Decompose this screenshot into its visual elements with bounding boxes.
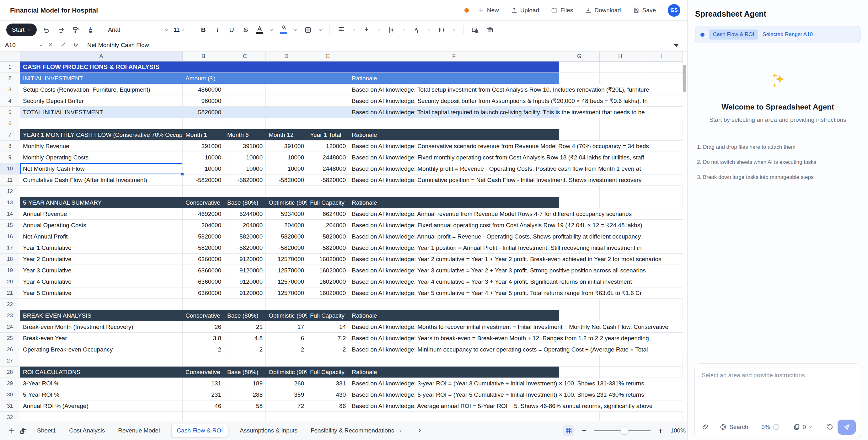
cell-E14[interactable]: 6624000 bbox=[307, 209, 349, 220]
cell-E27[interactable] bbox=[307, 355, 349, 367]
cell-E8[interactable]: 120000 bbox=[307, 140, 349, 152]
cell-E18[interactable]: 16020000 bbox=[307, 254, 349, 265]
column-header-A[interactable]: A bbox=[20, 52, 183, 62]
cell-B8[interactable]: 391000 bbox=[183, 140, 224, 152]
cell-F12[interactable] bbox=[349, 186, 559, 197]
cell-A21[interactable]: Year 5 Cumulative bbox=[20, 287, 183, 299]
underline-button[interactable]: U bbox=[226, 26, 237, 34]
cell-C21[interactable]: 9120000 bbox=[224, 287, 266, 299]
cell-C12[interactable] bbox=[224, 186, 266, 197]
cell-D12[interactable] bbox=[266, 186, 307, 197]
cell-E26[interactable]: 2 bbox=[307, 344, 349, 355]
cell-D18[interactable]: 12570000 bbox=[266, 254, 307, 265]
cell-G22[interactable] bbox=[559, 299, 600, 310]
cell-D29[interactable]: 260 bbox=[266, 378, 307, 389]
cell-A14[interactable]: Annual Revenue bbox=[20, 209, 183, 220]
cell-F18[interactable]: Based on AI knowledge: Year 2 cumulative… bbox=[349, 254, 683, 265]
formula-input[interactable]: Net Monthly Cash Flow bbox=[82, 42, 149, 49]
cell-A32[interactable] bbox=[20, 412, 183, 421]
confirm-entry-button[interactable] bbox=[57, 42, 69, 49]
cell-C3[interactable] bbox=[224, 84, 266, 95]
scroll-tabs-left-button[interactable] bbox=[395, 425, 406, 436]
cell-A10[interactable]: Net Monthly Cash Flow bbox=[20, 163, 183, 175]
row-header-14[interactable]: 14 bbox=[0, 209, 20, 220]
cell-A7[interactable]: YEAR 1 MONTHLY CASH FLOW (Conservative 7… bbox=[20, 129, 559, 140]
cell-F5[interactable]: Based on AI knowledge: Total capital req… bbox=[349, 107, 683, 118]
cell-H28[interactable] bbox=[600, 367, 641, 378]
horizontal-align-button[interactable] bbox=[336, 25, 346, 35]
cell-D24[interactable]: 17 bbox=[266, 321, 307, 333]
cell-A29[interactable]: 3-Year ROI % bbox=[20, 378, 183, 389]
save-button[interactable]: Save bbox=[633, 7, 656, 14]
row-header-2[interactable]: 2 bbox=[0, 73, 20, 84]
text-color-button[interactable]: A bbox=[255, 25, 264, 35]
cell-I22[interactable] bbox=[641, 299, 683, 310]
cell-C26[interactable]: 2 bbox=[224, 344, 266, 355]
cell-F3[interactable]: Based on AI knowledge: Total setup inves… bbox=[349, 84, 683, 95]
upload-button[interactable]: Upload bbox=[511, 7, 539, 14]
row-header-7[interactable]: 7 bbox=[0, 129, 20, 140]
keyboard-shortcuts-button[interactable] bbox=[484, 25, 495, 35]
cell-B3[interactable]: 4860000 bbox=[183, 84, 224, 95]
cell-A26[interactable]: Operating Break-even Occupancy bbox=[20, 344, 183, 355]
cell-G1[interactable] bbox=[559, 62, 600, 73]
row-header-27[interactable]: 27 bbox=[0, 355, 20, 367]
cell-E9[interactable]: 2448000 bbox=[307, 152, 349, 163]
cell-G7[interactable] bbox=[559, 129, 600, 140]
cell-B14[interactable]: 4692000 bbox=[183, 209, 224, 220]
cell-F6[interactable] bbox=[349, 118, 559, 129]
cell-G32[interactable] bbox=[559, 412, 600, 421]
cell-D14[interactable]: 5934000 bbox=[266, 209, 307, 220]
new-button[interactable]: New bbox=[477, 7, 499, 14]
cell-A1[interactable]: CASH FLOW PROJECTIONS & ROI ANALYSIS bbox=[20, 62, 559, 73]
instruction-input[interactable] bbox=[695, 364, 861, 416]
cell-G27[interactable] bbox=[559, 355, 600, 367]
cell-A6[interactable] bbox=[20, 118, 183, 129]
cell-E10[interactable]: 2448000 bbox=[307, 163, 349, 175]
cell-E11[interactable]: -5820000 bbox=[307, 175, 349, 186]
cell-H2[interactable] bbox=[600, 73, 641, 84]
font-family-select[interactable]: Arial bbox=[108, 25, 169, 34]
tab-feasibility-recommendations[interactable]: Feasibility & Recommendations bbox=[309, 424, 395, 437]
column-header-G[interactable]: G bbox=[559, 52, 600, 62]
cell-F16[interactable]: Based on AI knowledge: Annual profit = R… bbox=[349, 231, 683, 242]
cell-A18[interactable]: Year 2 Cumulative bbox=[20, 254, 183, 265]
row-header-18[interactable]: 18 bbox=[0, 254, 20, 265]
cell-B10[interactable]: 10000 bbox=[183, 163, 224, 175]
cell-E20[interactable]: 16020000 bbox=[307, 276, 349, 287]
cell-E21[interactable]: 16020000 bbox=[307, 287, 349, 299]
cell-F19[interactable]: Based on AI knowledge: Year 3 cumulative… bbox=[349, 265, 683, 276]
cell-F11[interactable]: Based on AI knowledge: Cumulative positi… bbox=[349, 175, 683, 186]
row-header-6[interactable]: 6 bbox=[0, 118, 20, 129]
cell-D8[interactable]: 391000 bbox=[266, 140, 307, 152]
cell-C20[interactable]: 9120000 bbox=[224, 276, 266, 287]
cell-H23[interactable] bbox=[600, 310, 641, 321]
cell-B18[interactable]: 6360000 bbox=[183, 254, 224, 265]
cell-G12[interactable] bbox=[559, 186, 600, 197]
cell-F24[interactable]: Based on AI knowledge: Months to recover… bbox=[349, 321, 683, 333]
cell-B6[interactable] bbox=[183, 118, 224, 129]
cell-I28[interactable] bbox=[641, 367, 683, 378]
cell-D15[interactable]: 204000 bbox=[266, 220, 307, 231]
chevron-down-icon[interactable] bbox=[317, 25, 323, 34]
row-header-22[interactable]: 22 bbox=[0, 299, 20, 310]
cell-D6[interactable] bbox=[266, 118, 307, 129]
cell-A16[interactable]: Net Annual Profit bbox=[20, 231, 183, 242]
cell-A20[interactable]: Year 4 Cumulative bbox=[20, 276, 183, 287]
column-header-E[interactable]: E bbox=[307, 52, 349, 62]
clean-format-button[interactable] bbox=[85, 25, 96, 35]
cell-H7[interactable] bbox=[600, 129, 641, 140]
cell-C19[interactable]: 9120000 bbox=[224, 265, 266, 276]
cell-I27[interactable] bbox=[641, 355, 683, 367]
cell-I32[interactable] bbox=[641, 412, 683, 421]
cell-A24[interactable]: Break-even Month (Investment Recovery) bbox=[20, 321, 183, 333]
cell-G6[interactable] bbox=[559, 118, 600, 129]
undo-button[interactable] bbox=[41, 25, 52, 35]
cell-G28[interactable] bbox=[559, 367, 600, 378]
row-header-28[interactable]: 28 bbox=[0, 367, 20, 378]
cell-F31[interactable]: Based on AI knowledge: Average annual RO… bbox=[349, 401, 683, 412]
cell-D21[interactable]: 12570000 bbox=[266, 287, 307, 299]
cell-C8[interactable]: 391000 bbox=[224, 140, 266, 152]
row-header-12[interactable]: 12 bbox=[0, 186, 20, 197]
strikethrough-button[interactable]: S bbox=[241, 26, 251, 34]
